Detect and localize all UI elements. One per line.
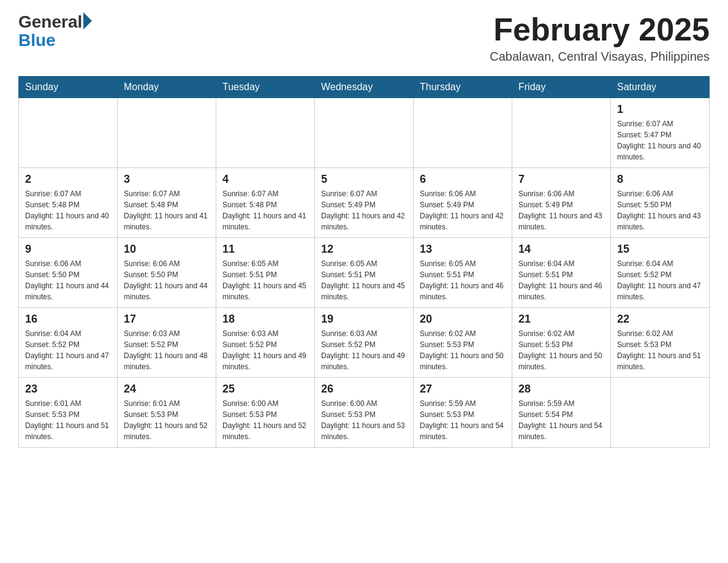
day-number: 12: [321, 243, 407, 256]
day-number: 4: [222, 173, 308, 186]
day-info: Sunrise: 6:04 AMSunset: 5:52 PMDaylight:…: [617, 258, 703, 302]
day-info: Sunrise: 6:05 AMSunset: 5:51 PMDaylight:…: [321, 258, 407, 302]
calendar-day-cell: 21Sunrise: 6:02 AMSunset: 5:53 PMDayligh…: [512, 308, 611, 378]
day-info: Sunrise: 6:03 AMSunset: 5:52 PMDaylight:…: [222, 328, 308, 372]
calendar-day-cell: 13Sunrise: 6:05 AMSunset: 5:51 PMDayligh…: [414, 238, 512, 308]
day-number: 20: [420, 313, 506, 326]
day-info: Sunrise: 6:02 AMSunset: 5:53 PMDaylight:…: [518, 328, 604, 372]
day-of-week-header: Sunday: [19, 77, 118, 98]
calendar-day-cell: 24Sunrise: 6:01 AMSunset: 5:53 PMDayligh…: [118, 378, 216, 448]
calendar-day-cell: 23Sunrise: 6:01 AMSunset: 5:53 PMDayligh…: [19, 378, 118, 448]
calendar-day-cell: [315, 98, 414, 168]
calendar-day-cell: 5Sunrise: 6:07 AMSunset: 5:49 PMDaylight…: [315, 168, 414, 238]
calendar-day-cell: [118, 98, 216, 168]
day-info: Sunrise: 6:07 AMSunset: 5:47 PMDaylight:…: [617, 118, 703, 163]
day-info: Sunrise: 6:01 AMSunset: 5:53 PMDaylight:…: [25, 398, 111, 442]
day-of-week-header: Saturday: [611, 77, 710, 98]
day-of-week-header: Wednesday: [315, 77, 414, 98]
day-info: Sunrise: 5:59 AMSunset: 5:54 PMDaylight:…: [518, 398, 604, 442]
day-info: Sunrise: 6:01 AMSunset: 5:53 PMDaylight:…: [124, 398, 210, 442]
title-block: February 2025 Cabalawan, Central Visayas…: [490, 12, 710, 64]
calendar-day-cell: 11Sunrise: 6:05 AMSunset: 5:51 PMDayligh…: [216, 238, 315, 308]
month-title: February 2025: [490, 12, 710, 47]
calendar-day-cell: 22Sunrise: 6:02 AMSunset: 5:53 PMDayligh…: [611, 308, 710, 378]
day-info: Sunrise: 6:07 AMSunset: 5:49 PMDaylight:…: [321, 188, 407, 232]
calendar-day-cell: 7Sunrise: 6:06 AMSunset: 5:49 PMDaylight…: [512, 168, 611, 238]
day-info: Sunrise: 6:05 AMSunset: 5:51 PMDaylight:…: [222, 258, 308, 302]
logo-blue-text: Blue: [18, 31, 56, 50]
calendar-day-cell: 10Sunrise: 6:06 AMSunset: 5:50 PMDayligh…: [118, 238, 216, 308]
calendar-day-cell: 3Sunrise: 6:07 AMSunset: 5:48 PMDaylight…: [118, 168, 216, 238]
calendar-table: SundayMondayTuesdayWednesdayThursdayFrid…: [18, 76, 710, 448]
calendar-day-cell: 25Sunrise: 6:00 AMSunset: 5:53 PMDayligh…: [216, 378, 315, 448]
day-info: Sunrise: 6:03 AMSunset: 5:52 PMDaylight:…: [124, 328, 210, 372]
calendar-day-cell: [19, 98, 118, 168]
calendar-day-cell: [216, 98, 315, 168]
day-number: 1: [617, 103, 703, 116]
logo: General Blue: [18, 12, 92, 50]
day-info: Sunrise: 6:03 AMSunset: 5:52 PMDaylight:…: [321, 328, 407, 372]
day-number: 17: [124, 313, 210, 326]
day-info: Sunrise: 6:06 AMSunset: 5:50 PMDaylight:…: [617, 188, 703, 232]
day-number: 5: [321, 173, 407, 186]
calendar-week-row: 1Sunrise: 6:07 AMSunset: 5:47 PMDaylight…: [19, 98, 710, 168]
day-number: 2: [25, 173, 111, 186]
header-row: SundayMondayTuesdayWednesdayThursdayFrid…: [19, 77, 710, 98]
calendar-day-cell: [512, 98, 611, 168]
calendar-body: 1Sunrise: 6:07 AMSunset: 5:47 PMDaylight…: [19, 98, 710, 448]
calendar-day-cell: 20Sunrise: 6:02 AMSunset: 5:53 PMDayligh…: [414, 308, 512, 378]
calendar-day-cell: 16Sunrise: 6:04 AMSunset: 5:52 PMDayligh…: [19, 308, 118, 378]
calendar-week-row: 16Sunrise: 6:04 AMSunset: 5:52 PMDayligh…: [19, 308, 710, 378]
calendar-week-row: 23Sunrise: 6:01 AMSunset: 5:53 PMDayligh…: [19, 378, 710, 448]
calendar-day-cell: 18Sunrise: 6:03 AMSunset: 5:52 PMDayligh…: [216, 308, 315, 378]
calendar-day-cell: 1Sunrise: 6:07 AMSunset: 5:47 PMDaylight…: [611, 98, 710, 168]
day-number: 27: [420, 383, 506, 396]
calendar-day-cell: 17Sunrise: 6:03 AMSunset: 5:52 PMDayligh…: [118, 308, 216, 378]
calendar-day-cell: 6Sunrise: 6:06 AMSunset: 5:49 PMDaylight…: [414, 168, 512, 238]
day-number: 26: [321, 383, 407, 396]
day-number: 3: [124, 173, 210, 186]
day-number: 6: [420, 173, 506, 186]
day-number: 15: [617, 243, 703, 256]
day-info: Sunrise: 6:04 AMSunset: 5:52 PMDaylight:…: [25, 328, 111, 372]
calendar-day-cell: 28Sunrise: 5:59 AMSunset: 5:54 PMDayligh…: [512, 378, 611, 448]
day-number: 22: [617, 313, 703, 326]
day-number: 16: [25, 313, 111, 326]
day-number: 19: [321, 313, 407, 326]
day-info: Sunrise: 6:00 AMSunset: 5:53 PMDaylight:…: [321, 398, 407, 442]
calendar-day-cell: [611, 378, 710, 448]
day-number: 8: [617, 173, 703, 186]
logo-general-text: General: [18, 12, 82, 32]
day-info: Sunrise: 6:02 AMSunset: 5:53 PMDaylight:…: [617, 328, 703, 372]
day-info: Sunrise: 6:07 AMSunset: 5:48 PMDaylight:…: [25, 188, 111, 232]
calendar-day-cell: 2Sunrise: 6:07 AMSunset: 5:48 PMDaylight…: [19, 168, 118, 238]
day-info: Sunrise: 6:07 AMSunset: 5:48 PMDaylight:…: [222, 188, 308, 232]
day-info: Sunrise: 6:07 AMSunset: 5:48 PMDaylight:…: [124, 188, 210, 232]
page-header: General Blue February 2025 Cabalawan, Ce…: [18, 12, 710, 64]
day-number: 28: [518, 383, 604, 396]
day-of-week-header: Tuesday: [216, 77, 315, 98]
day-info: Sunrise: 6:02 AMSunset: 5:53 PMDaylight:…: [420, 328, 506, 372]
day-info: Sunrise: 6:06 AMSunset: 5:50 PMDaylight:…: [124, 258, 210, 302]
day-of-week-header: Thursday: [414, 77, 512, 98]
calendar-day-cell: 4Sunrise: 6:07 AMSunset: 5:48 PMDaylight…: [216, 168, 315, 238]
day-number: 23: [25, 383, 111, 396]
day-info: Sunrise: 6:06 AMSunset: 5:49 PMDaylight:…: [518, 188, 604, 232]
calendar-day-cell: [414, 98, 512, 168]
day-number: 7: [518, 173, 604, 186]
day-number: 13: [420, 243, 506, 256]
logo-triangle-icon: [83, 12, 92, 29]
calendar-header: SundayMondayTuesdayWednesdayThursdayFrid…: [19, 77, 710, 98]
calendar-day-cell: 15Sunrise: 6:04 AMSunset: 5:52 PMDayligh…: [611, 238, 710, 308]
calendar-day-cell: 9Sunrise: 6:06 AMSunset: 5:50 PMDaylight…: [19, 238, 118, 308]
day-info: Sunrise: 6:05 AMSunset: 5:51 PMDaylight:…: [420, 258, 506, 302]
day-number: 21: [518, 313, 604, 326]
calendar-day-cell: 26Sunrise: 6:00 AMSunset: 5:53 PMDayligh…: [315, 378, 414, 448]
location-text: Cabalawan, Central Visayas, Philippines: [490, 50, 710, 64]
calendar-day-cell: 27Sunrise: 5:59 AMSunset: 5:53 PMDayligh…: [414, 378, 512, 448]
day-of-week-header: Monday: [118, 77, 216, 98]
day-info: Sunrise: 6:06 AMSunset: 5:49 PMDaylight:…: [420, 188, 506, 232]
day-number: 18: [222, 313, 308, 326]
day-number: 11: [222, 243, 308, 256]
calendar-day-cell: 14Sunrise: 6:04 AMSunset: 5:51 PMDayligh…: [512, 238, 611, 308]
